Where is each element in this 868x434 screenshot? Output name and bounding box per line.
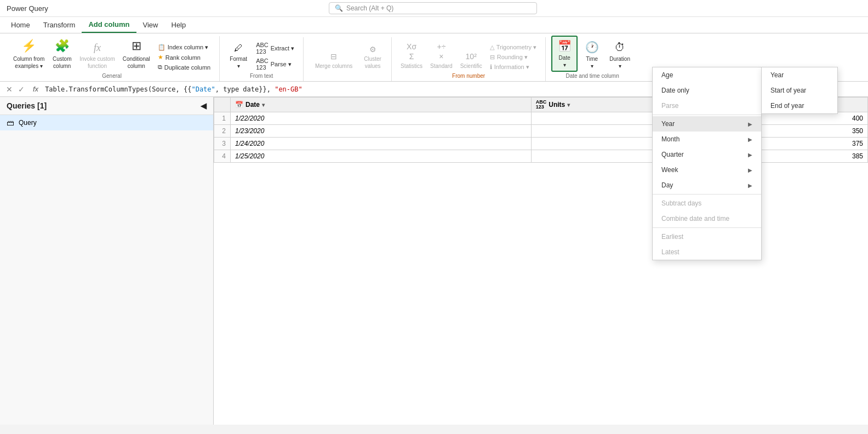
submenu-start-of-year[interactable]: Start of year	[762, 83, 837, 98]
fx-button[interactable]: fx	[31, 84, 41, 94]
index-column-button[interactable]: 📋 Index column ▾	[155, 43, 214, 52]
date-label: Date▾	[559, 54, 570, 68]
ribbon-group-from-text: 🖊 Format▾ ABC123 Extract ▾ ABC123 Parse …	[220, 37, 304, 81]
merge-columns-button[interactable]: ⊟ Merge columns	[309, 49, 358, 72]
submenu-year[interactable]: Year	[762, 67, 837, 83]
dropdown-quarter[interactable]: Quarter ▶	[653, 147, 761, 162]
latest-label: Latest	[661, 248, 679, 256]
invoke-function-button[interactable]: fx Invoke customfunction	[76, 39, 118, 72]
date-cell-2: 1/23/2020	[231, 125, 532, 138]
rank-column-button[interactable]: ★ Rank column	[155, 53, 214, 62]
standard-button[interactable]: +÷× Standard	[427, 39, 456, 72]
search-box[interactable]: 🔍 Search (Alt + Q)	[329, 2, 537, 14]
menu-home[interactable]: Home	[4, 18, 37, 32]
rank-column-label: Rank column	[165, 54, 201, 61]
rounding-icon: ⊟	[490, 54, 495, 61]
week-submenu-arrow: ▶	[748, 167, 752, 173]
cluster-values-button[interactable]: ⚙ Clustervalues	[359, 42, 386, 72]
parse-button[interactable]: ABC123 Parse ▾	[253, 56, 298, 72]
statistics-button[interactable]: XσΣ Statistics	[397, 39, 426, 72]
time-label: Time▾	[586, 55, 598, 70]
extract-parse-group: ABC123 Extract ▾ ABC123 Parse ▾	[253, 41, 298, 72]
custom-column-button[interactable]: 🧩 Customcolumn	[49, 36, 75, 72]
menu-view[interactable]: View	[136, 18, 165, 32]
menu-help[interactable]: Help	[165, 18, 193, 32]
statistics-icon: XσΣ	[407, 42, 416, 61]
merge-columns-label: Merge columns	[315, 62, 352, 70]
time-button[interactable]: 🕐 Time▾	[579, 38, 605, 72]
month-label: Month	[661, 135, 679, 143]
column-from-examples-button[interactable]: ⚡ Column fromexamples ▾	[10, 36, 48, 72]
date-type-icon: 📅	[235, 101, 243, 108]
end-of-year-label: End of year	[770, 102, 804, 110]
information-label: Information ▾	[494, 64, 529, 71]
format-icon: 🖊	[234, 43, 243, 54]
cancel-formula-button[interactable]: ✕	[4, 85, 14, 94]
row-num-4: 4	[214, 150, 231, 163]
dropdown-year[interactable]: Year ▶	[653, 116, 761, 132]
index-column-label: Index column ▾	[168, 44, 208, 51]
table-row: 2 1/23/2020 350	[214, 125, 868, 138]
dropdown-parse: Parse	[653, 98, 761, 113]
month-submenu-arrow: ▶	[748, 136, 752, 142]
sidebar-item-query[interactable]: 🗃 Query	[0, 115, 213, 130]
scientific-button[interactable]: 10² Scientific	[457, 49, 486, 72]
rounding-button[interactable]: ⊟ Rounding ▾	[487, 53, 540, 62]
duplicate-column-button[interactable]: ⧉ Duplicate column	[155, 62, 214, 72]
time-icon: 🕐	[585, 40, 599, 54]
dropdown-month[interactable]: Month ▶	[653, 132, 761, 147]
from-number-group-label: From number	[452, 72, 485, 79]
date-button[interactable]: 📅 Date▾	[551, 36, 578, 72]
parse-label: Parse ▾	[271, 61, 292, 68]
sidebar: Queries [1] ◀ 🗃 Query	[0, 97, 214, 425]
dropdown-date-only[interactable]: Date only	[653, 83, 761, 98]
sidebar-collapse-icon[interactable]: ◀	[201, 101, 207, 110]
table-row: 3 1/24/2020 375	[214, 138, 868, 150]
submenu-end-of-year[interactable]: End of year	[762, 98, 837, 113]
standard-icon: +÷×	[437, 42, 446, 61]
column-from-examples-icon: ⚡	[21, 38, 36, 54]
scientific-icon: 10²	[466, 52, 477, 61]
duration-label: Duration▾	[609, 55, 630, 70]
date-cell-4: 1/25/2020	[231, 150, 532, 163]
information-button[interactable]: ℹ Information ▾	[487, 62, 540, 72]
from-text-group-label: From text	[250, 72, 273, 79]
menu-transform[interactable]: Transform	[37, 18, 82, 32]
extract-button[interactable]: ABC123 Extract ▾	[253, 41, 298, 56]
conditional-column-button[interactable]: ⊞ Conditionalcolumn	[119, 36, 153, 72]
conditional-column-label: Conditionalcolumn	[123, 55, 150, 70]
trigonometry-button[interactable]: △ Trigonometry ▾	[487, 43, 540, 52]
sidebar-item-query-label: Query	[19, 119, 37, 127]
subtract-days-label: Subtract days	[661, 199, 701, 207]
ribbon-buttons-general: ⚡ Column fromexamples ▾ 🧩 Customcolumn f…	[10, 36, 214, 72]
custom-column-label: Customcolumn	[53, 55, 71, 70]
row-num-header	[214, 98, 231, 112]
format-button[interactable]: 🖊 Format▾	[225, 41, 252, 72]
earliest-label: Earliest	[661, 233, 683, 241]
trig-round-info-group: △ Trigonometry ▾ ⊟ Rounding ▾ ℹ Informat…	[487, 43, 540, 72]
date-cell-1: 1/22/2020	[231, 112, 532, 125]
confirm-formula-button[interactable]: ✓	[16, 85, 26, 94]
app-title: Power Query	[7, 4, 48, 13]
table-area: 📅 Date ▾ ABC123 Units ▾	[214, 97, 868, 425]
table-row: 4 1/25/2020 385	[214, 150, 868, 163]
ribbon-buttons-from-text: 🖊 Format▾ ABC123 Extract ▾ ABC123 Parse …	[225, 37, 298, 72]
search-icon: 🔍	[335, 4, 343, 12]
sidebar-header: Queries [1] ◀	[0, 97, 213, 115]
units-dropdown-arrow[interactable]: ▾	[567, 102, 570, 108]
parse-icon: ABC123	[256, 58, 269, 71]
ribbon-small-buttons: 📋 Index column ▾ ★ Rank column ⧉ Duplica…	[155, 43, 214, 72]
dropdown-age[interactable]: Age	[653, 67, 761, 83]
dropdown-week[interactable]: Week ▶	[653, 162, 761, 178]
dropdown-day[interactable]: Day ▶	[653, 178, 761, 193]
date-icon: 📅	[558, 39, 572, 53]
standard-label: Standard	[430, 62, 453, 70]
year-submenu-arrow: ▶	[748, 121, 752, 127]
duration-button[interactable]: ⏱ Duration▾	[606, 38, 633, 72]
index-column-icon: 📋	[158, 44, 165, 51]
date-dropdown-arrow[interactable]: ▾	[262, 102, 265, 108]
menu-add-column[interactable]: Add column	[82, 17, 136, 33]
format-label: Format▾	[230, 55, 247, 70]
week-label: Week	[661, 166, 678, 174]
duplicate-column-label: Duplicate column	[164, 64, 210, 71]
